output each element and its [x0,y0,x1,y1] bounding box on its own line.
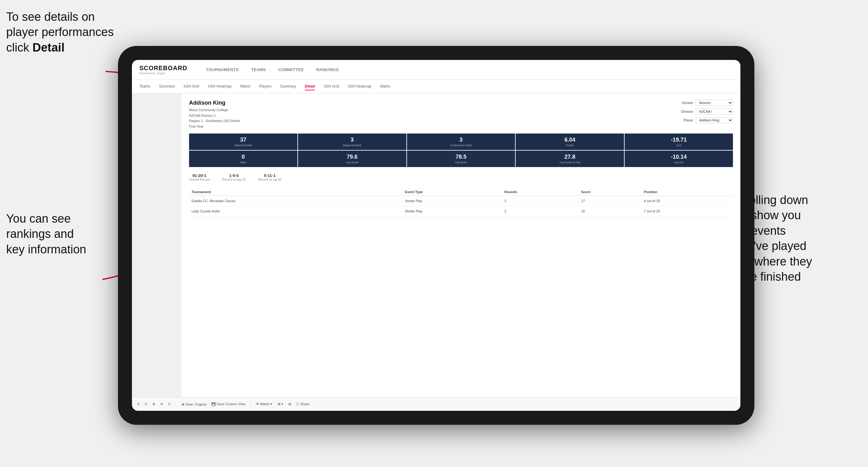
stat-avg-score-par-label: Avg Score to Par [518,161,622,164]
toolbar-zoom-out[interactable]: ⊖ [160,402,163,406]
stat-wins-label: Wins [191,161,296,164]
cell-score-0: 17 [579,196,641,206]
record-top25-value: 1-5-0 [222,173,246,178]
record-overall-label: Overall Record [189,178,210,181]
cell-tournament-1: Lady Coyote Invite [189,206,402,216]
toolbar-zoom-in[interactable]: ⊕ [152,402,155,406]
cell-event-type-0: Stroke Play [402,196,502,206]
cell-rounds-1: 2 [502,206,579,216]
player-year: First Year [189,124,240,129]
sub-nav: Teams Summary H2H Grid H2H Heatmap Matri… [132,80,740,93]
toolbar-share[interactable]: ⬡ Share [296,402,309,406]
player-name: Addison King [189,100,240,106]
player-school: Mesa Community College [189,107,240,113]
col-score: Score [579,188,641,196]
col-event-type: Event Type [402,188,502,196]
stat-adj-score: 78.5 Adj Score [407,151,515,167]
toolbar-undo[interactable]: ↺ [137,402,140,406]
gender-filter-row: Gender Women Men [682,100,733,106]
gender-select[interactable]: Women Men [696,100,733,106]
cell-rounds-0: 2 [502,196,579,206]
stat-avg-score: 79.6 Avg Score [298,151,406,167]
player-header: Addison King Mesa Community College NJCA… [189,100,733,129]
stat-conference-rank-label: Conference Rank [409,144,514,147]
main-content: Addison King Mesa Community College NJCA… [132,93,740,397]
col-position: Position [641,188,733,196]
tablet-frame: SCOREBOARD Powered by clippd TOURNAMENTS… [118,46,754,425]
col-tournament: Tournament [189,188,402,196]
tablet-screen: SCOREBOARD Powered by clippd TOURNAMENTS… [132,60,740,411]
cell-tournament-0: Estella CC- Mountain Classic [189,196,402,206]
nav-item-rankings[interactable]: RANKINGS [316,66,339,73]
table-row[interactable]: Lady Coyote Invite Stroke Play 2 16 7 ou… [189,206,733,216]
stat-conference-rank-value: 3 [409,136,514,143]
logo-title: SCOREBOARD [140,65,187,72]
toolbar-save-custom[interactable]: 💾 Save Custom View [211,402,246,406]
player-filters: Gender Women Men Division NJCAA I [681,100,733,129]
stat-regional-rank-label: Regional Rank [300,144,404,147]
stat-adj-score-value: 78.5 [409,154,514,160]
stats-row-2: 0 Wins 79.6 Avg Score 78.5 Adj Score 2 [189,151,733,167]
record-top25-label: Record vs top 25 [222,178,246,181]
division-filter-row: Division NJCAA I NJCAA II [681,108,733,115]
player-division: NJCAA Division 1 [189,113,240,119]
sub-nav-h2h-heatmap[interactable]: H2H Heatmap [208,83,231,90]
record-overall: 91-20-1 Overall Record [189,173,210,181]
toolbar-redo[interactable]: ↻ [145,402,148,406]
sub-nav-summary2[interactable]: Summary [280,83,296,90]
player-info: Addison King Mesa Community College NJCA… [189,100,240,129]
stat-national-rank-label: National Rank [191,144,296,147]
sub-nav-players[interactable]: Players [259,83,271,90]
stat-avg-score-label: Avg Score [300,161,404,164]
nav-item-teams[interactable]: TEAMS [251,66,266,73]
tournament-table: Tournament Event Type Rounds Score Posit… [189,188,733,216]
sub-nav-h2h-grid2[interactable]: H2H Grid [323,83,339,90]
sub-nav-teams[interactable]: Teams [140,83,150,90]
sub-nav-summary[interactable]: Summary [159,83,175,90]
stat-avg-sg-label: Avg SG [626,161,731,164]
gender-label: Gender [682,101,693,105]
annotation-top-left: To see details on player performances cl… [6,9,124,55]
sub-nav-matrix2[interactable]: Matrix [380,83,391,90]
stat-points-label: Points [518,144,622,147]
stat-avg-score-par-value: 27.8 [518,154,622,160]
toolbar-fit[interactable]: ⊙ [168,402,171,406]
stat-avg-sg-value: -10.14 [626,154,731,160]
annotation-bottom-left: You can see rankings and key information [6,211,124,257]
division-select[interactable]: NJCAA I NJCAA II [696,108,733,115]
record-top50-label: Record vs top 50 [258,178,282,181]
stat-points: 6.04 Points [516,133,624,150]
toolbar-watch[interactable]: 👁 Watch ▾ [256,402,273,406]
stat-national-rank-value: 37 [191,136,296,143]
stat-wins-value: 0 [191,154,296,160]
player-select[interactable]: Addison King [696,117,733,123]
stat-regional-rank-value: 3 [300,136,404,143]
nav-item-committee[interactable]: COMMITTEE [278,66,304,73]
sub-nav-detail[interactable]: Detail [305,83,315,90]
table-row[interactable]: Estella CC- Mountain Classic Stroke Play… [189,196,733,206]
cell-position-0: 4 out of 20 [641,196,733,206]
sub-nav-h2h-heatmap2[interactable]: H2H Heatmap [348,83,371,90]
sub-nav-matrix[interactable]: Matrix [240,83,251,90]
app-container: SCOREBOARD Powered by clippd TOURNAMENTS… [132,60,740,411]
nav-item-tournaments[interactable]: TOURNAMENTS [206,66,239,73]
cell-position-1: 7 out of 20 [641,206,733,216]
stat-avg-sg: -10.14 Avg SG [625,151,733,167]
toolbar-view-original[interactable]: 🖥 View: Original [181,402,207,406]
player-filter-row: Player Addison King [684,117,733,123]
toolbar-grid[interactable]: ⊞ [288,402,291,406]
records-row: 91-20-1 Overall Record 1-5-0 Record vs t… [189,172,733,183]
record-top50-value: 5-11-1 [258,173,282,178]
bottom-toolbar: ↺ ↻ ⊕ ⊖ ⊙ 🖥 View: Original 💾 Save Custom… [132,397,740,411]
stat-sos-value: -19.71 [626,136,731,143]
top-nav: SCOREBOARD Powered by clippd TOURNAMENTS… [132,60,740,80]
cell-event-type-1: Stroke Play [402,206,502,216]
col-rounds: Rounds [502,188,579,196]
logo-subtitle: Powered by clippd [140,72,165,75]
stat-conference-rank: 3 Conference Rank [407,133,515,150]
stat-avg-score-value: 79.6 [300,154,404,160]
stat-adj-score-label: Adj Score [409,161,514,164]
toolbar-screen[interactable]: 🖥 ▾ [277,402,283,406]
sub-nav-h2h-grid[interactable]: H2H Grid [184,83,199,90]
logo-area: SCOREBOARD Powered by clippd [140,65,187,75]
